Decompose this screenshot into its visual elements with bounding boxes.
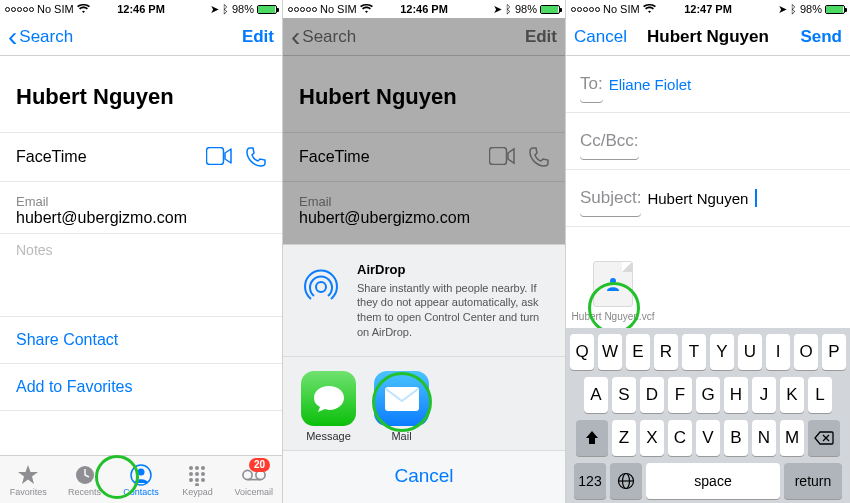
bluetooth-icon: ᛒ — [505, 0, 512, 18]
svg-point-9 — [201, 472, 205, 476]
compose-send-button[interactable]: Send — [769, 27, 842, 47]
svg-point-12 — [201, 478, 205, 482]
key-u[interactable]: U — [738, 334, 762, 370]
numbers-key[interactable]: 123 — [574, 463, 606, 499]
tab-contacts[interactable]: Contacts — [113, 456, 169, 503]
key-d[interactable]: D — [640, 377, 664, 413]
svg-point-4 — [189, 466, 193, 470]
key-m[interactable]: M — [780, 420, 804, 456]
facetime-label: FaceTime — [16, 148, 206, 166]
email-section[interactable]: Email hubert@ubergizmo.com — [0, 181, 282, 233]
key-e[interactable]: E — [626, 334, 650, 370]
mail-icon — [374, 371, 429, 426]
key-t[interactable]: T — [682, 334, 706, 370]
to-field[interactable]: To: Eliane Fiolet — [566, 56, 850, 113]
key-w[interactable]: W — [598, 334, 622, 370]
person-icon — [129, 463, 153, 487]
svg-point-18 — [316, 282, 326, 292]
compose-cancel-button[interactable]: Cancel — [574, 27, 647, 47]
key-c[interactable]: C — [668, 420, 692, 456]
key-f[interactable]: F — [668, 377, 692, 413]
tab-favorites[interactable]: Favorites — [0, 456, 56, 503]
tab-label: Contacts — [123, 487, 159, 497]
key-z[interactable]: Z — [612, 420, 636, 456]
svg-point-20 — [610, 278, 616, 284]
screen-compose-mail: No SIM 12:47 PM ➤ ᛒ 98% Cancel Hubert Ng… — [566, 0, 850, 503]
cc-bcc-field[interactable]: Cc/Bcc: — [566, 113, 850, 170]
wifi-icon — [643, 4, 656, 14]
key-o[interactable]: O — [794, 334, 818, 370]
svg-point-11 — [195, 478, 199, 482]
delete-key[interactable] — [808, 420, 840, 456]
svg-point-5 — [195, 466, 199, 470]
vcf-attachment[interactable]: Hubert Nguyen.vcf — [586, 261, 640, 322]
key-b[interactable]: B — [724, 420, 748, 456]
status-time: 12:46 PM — [117, 0, 165, 18]
key-k[interactable]: K — [780, 377, 804, 413]
add-to-favorites-button[interactable]: Add to Favorites — [0, 363, 282, 411]
tab-label: Keypad — [182, 487, 213, 497]
svg-rect-19 — [385, 387, 419, 411]
key-i[interactable]: I — [766, 334, 790, 370]
airdrop-title: AirDrop — [357, 261, 551, 279]
back-button[interactable]: ‹ Search — [8, 27, 141, 47]
share-contact-button[interactable]: Share Contact — [0, 316, 282, 363]
shift-key[interactable] — [576, 420, 608, 456]
key-r[interactable]: R — [654, 334, 678, 370]
tab-recents[interactable]: Recents — [56, 456, 112, 503]
key-a[interactable]: A — [584, 377, 608, 413]
key-s[interactable]: S — [612, 377, 636, 413]
tab-bar: Favorites Recents Contacts Keypad 20 Voi… — [0, 455, 282, 503]
facetime-video-icon[interactable] — [206, 147, 232, 167]
key-p[interactable]: P — [822, 334, 846, 370]
nav-bar: ‹ Search Edit — [0, 18, 282, 56]
key-x[interactable]: X — [640, 420, 664, 456]
svg-point-8 — [195, 472, 199, 476]
svg-point-14 — [243, 470, 252, 479]
svg-point-13 — [195, 483, 199, 486]
airdrop-desc: Share instantly with people nearby. If t… — [357, 282, 539, 339]
star-icon — [16, 463, 40, 487]
to-value: Eliane Fiolet — [609, 76, 692, 93]
voicemail-badge: 20 — [249, 458, 270, 472]
key-n[interactable]: N — [752, 420, 776, 456]
airdrop-row[interactable]: AirDrop Share instantly with people near… — [283, 245, 565, 357]
notes-section[interactable]: Notes — [0, 233, 282, 298]
key-y[interactable]: Y — [710, 334, 734, 370]
key-q[interactable]: Q — [570, 334, 594, 370]
key-l[interactable]: L — [808, 377, 832, 413]
facetime-audio-icon[interactable] — [246, 147, 266, 167]
email-value: hubert@ubergizmo.com — [16, 209, 187, 226]
return-key[interactable]: return — [784, 463, 842, 499]
space-key[interactable]: space — [646, 463, 780, 499]
carrier-text: No SIM — [37, 0, 74, 18]
share-message-button[interactable]: Message — [301, 371, 356, 442]
facetime-row: FaceTime — [0, 132, 282, 181]
app-label: Mail — [391, 430, 411, 442]
tab-keypad[interactable]: Keypad — [169, 456, 225, 503]
globe-key[interactable] — [610, 463, 642, 499]
status-bar: No SIM 12:47 PM ➤ ᛒ 98% — [566, 0, 850, 18]
contact-name: Hubert Nguyen — [0, 56, 282, 132]
battery-icon — [257, 5, 277, 14]
key-h[interactable]: H — [724, 377, 748, 413]
share-cancel-button[interactable]: Cancel — [283, 450, 565, 503]
screen-contact-card: No SIM 12:46 PM ➤ ᛒ 98% ‹ Search Edit Hu — [0, 0, 283, 503]
subject-field[interactable]: Subject: Hubert Nguyen — [566, 170, 850, 227]
key-g[interactable]: G — [696, 377, 720, 413]
svg-point-7 — [189, 472, 193, 476]
svg-rect-0 — [207, 148, 224, 165]
edit-button[interactable]: Edit — [141, 27, 274, 47]
key-v[interactable]: V — [696, 420, 720, 456]
compose-nav: Cancel Hubert Nguyen Send — [566, 18, 850, 56]
svg-point-10 — [189, 478, 193, 482]
tab-voicemail[interactable]: 20 Voicemail — [226, 456, 282, 503]
location-icon: ➤ — [210, 0, 219, 18]
keypad-icon — [185, 463, 209, 487]
key-j[interactable]: J — [752, 377, 776, 413]
app-label: Message — [306, 430, 351, 442]
file-icon — [593, 261, 633, 307]
share-mail-button[interactable]: Mail — [374, 371, 429, 442]
battery-icon — [540, 5, 560, 14]
compose-title: Hubert Nguyen — [647, 27, 769, 47]
